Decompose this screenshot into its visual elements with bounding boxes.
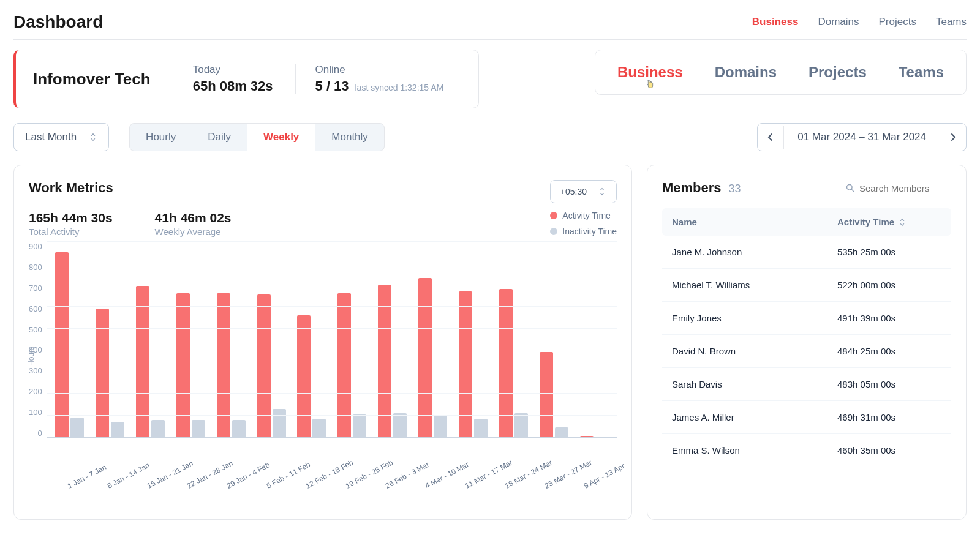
x-tick: 19 Feb - 25 Feb xyxy=(344,468,375,490)
col-time-header[interactable]: Activity Time xyxy=(837,217,941,227)
x-tick: 22 Jan - 28 Jan xyxy=(186,468,217,490)
member-time: 484h 25m 00s xyxy=(837,346,941,356)
date-next-button[interactable] xyxy=(940,126,966,149)
last-synced: last synced 1:32:15 AM xyxy=(355,83,443,92)
date-prev-button[interactable] xyxy=(758,126,784,149)
member-name: Emily Jones xyxy=(672,313,837,323)
top-tabs: Business Domains Projects Teams xyxy=(752,16,967,28)
bar-activity xyxy=(540,352,553,437)
total-activity-value: 165h 44m 30s xyxy=(29,211,113,225)
x-tick: 18 Mar - 24 Mar xyxy=(503,468,535,490)
seg-hourly[interactable]: Hourly xyxy=(130,124,192,151)
seg-weekly[interactable]: Weekly xyxy=(247,124,315,151)
bar-inactivity xyxy=(151,420,165,437)
legend-dot-inactivity xyxy=(550,228,557,235)
seg-monthly[interactable]: Monthly xyxy=(315,124,384,151)
divider xyxy=(119,126,119,148)
bar-group xyxy=(296,315,327,437)
y-axis: 9008007006005004003002001000 xyxy=(29,242,47,438)
y-tick: 200 xyxy=(29,387,42,396)
seg-daily[interactable]: Daily xyxy=(192,124,247,151)
top-tab-teams[interactable]: Teams xyxy=(936,16,967,28)
member-row[interactable]: Michael T. Williams522h 00m 00s xyxy=(662,269,951,302)
y-tick: 800 xyxy=(29,263,42,272)
bar-group xyxy=(216,293,246,437)
weekly-avg-label: Weekly Average xyxy=(155,227,232,237)
period-select[interactable]: Last Month xyxy=(13,123,109,151)
col-name-header[interactable]: Name xyxy=(672,217,837,227)
bar-group xyxy=(175,293,206,437)
online-label: Online xyxy=(315,64,444,76)
member-time: 469h 31m 00s xyxy=(837,412,941,422)
member-row[interactable]: Emily Jones491h 39m 00s xyxy=(662,302,951,335)
member-name: Jane M. Johnson xyxy=(672,247,837,257)
member-row[interactable]: Jane M. Johnson535h 25m 00s xyxy=(662,236,951,269)
timezone-select[interactable]: +05:30 xyxy=(550,180,617,203)
x-tick: 12 Feb - 18 Feb xyxy=(304,468,336,490)
x-tick: 26 Feb - 3 Mar xyxy=(384,468,415,490)
chevron-sort-icon xyxy=(89,133,97,141)
bar-activity xyxy=(297,315,311,437)
date-range-label[interactable]: 01 Mar 2024 – 31 Mar 2024 xyxy=(784,124,940,151)
x-tick: 9 Apr - 13 Apr xyxy=(582,468,614,490)
bar-inactivity xyxy=(273,409,286,437)
view-tab-domains[interactable]: Domains xyxy=(715,64,777,81)
chevron-sort-icon xyxy=(598,187,606,196)
member-time: 491h 39m 00s xyxy=(837,313,941,323)
bar-activity xyxy=(337,293,351,437)
bar-inactivity xyxy=(514,413,528,437)
y-tick: 900 xyxy=(29,242,42,251)
y-tick: 600 xyxy=(29,304,42,313)
member-time: 460h 35m 00s xyxy=(837,445,941,455)
x-tick: 8 Jan - 14 Jan xyxy=(106,468,137,490)
x-tick: 11 Mar - 17 Mar xyxy=(464,468,495,490)
search-icon xyxy=(846,184,854,192)
granularity-segmented: Hourly Daily Weekly Monthly xyxy=(129,123,385,151)
metrics-title: Work Metrics xyxy=(29,180,113,196)
bar-inactivity xyxy=(232,420,246,437)
top-tab-projects[interactable]: Projects xyxy=(879,16,916,28)
work-metrics-card: Work Metrics +05:30 165h 44m 30s Total A… xyxy=(13,165,632,520)
view-tab-teams[interactable]: Teams xyxy=(899,64,944,81)
top-tab-business[interactable]: Business xyxy=(752,16,799,28)
x-tick: 1 Jan - 7 Jan xyxy=(66,468,97,490)
date-range-nav: 01 Mar 2024 – 31 Mar 2024 xyxy=(757,123,967,151)
total-activity-label: Total Activity xyxy=(29,227,113,237)
members-table-header: Name Activity Time xyxy=(662,208,951,236)
bar-group xyxy=(337,293,368,437)
bar-inactivity xyxy=(312,419,326,437)
view-tab-projects[interactable]: Projects xyxy=(809,64,867,81)
member-time: 522h 00m 00s xyxy=(837,280,941,290)
member-name: David N. Brown xyxy=(672,346,837,356)
member-name: Michael T. Williams xyxy=(672,280,837,290)
bar-inactivity xyxy=(474,419,488,437)
x-tick: 29 Jan - 4 Feb xyxy=(225,468,257,490)
member-row[interactable]: Sarah Davis483h 05m 00s xyxy=(662,368,951,401)
x-tick: 25 Mar - 27 Mar xyxy=(543,468,574,490)
page-title: Dashboard xyxy=(13,12,103,32)
view-tab-business[interactable]: Business xyxy=(617,64,683,81)
pointer-cursor-icon xyxy=(646,80,654,88)
y-tick: 300 xyxy=(29,366,42,375)
bar-activity xyxy=(55,252,69,437)
top-tab-domains[interactable]: Domains xyxy=(818,16,859,28)
y-axis-label: Hours xyxy=(27,347,36,366)
view-tabs-card: Business Domains Projects Teams xyxy=(595,50,967,95)
member-row[interactable]: David N. Brown484h 25m 00s xyxy=(662,335,951,368)
bar-inactivity xyxy=(393,413,407,437)
x-tick: 15 Jan - 21 Jan xyxy=(146,468,177,490)
company-summary-card: Infomover Tech Today 65h 08m 32s Online … xyxy=(13,50,479,108)
member-row[interactable]: Emma S. Wilson460h 35m 00s xyxy=(662,434,951,467)
bar-group xyxy=(55,252,85,437)
x-axis-labels: 1 Jan - 7 Jan8 Jan - 14 Jan15 Jan - 21 J… xyxy=(56,468,617,477)
member-time: 483h 05m 00s xyxy=(837,379,941,389)
member-name: Sarah Davis xyxy=(672,379,837,389)
x-tick: 4 Mar - 10 Mar xyxy=(424,468,455,490)
chevron-sort-icon xyxy=(898,218,907,227)
company-name: Infomover Tech xyxy=(33,70,151,89)
member-row[interactable]: James A. Miller469h 31m 00s xyxy=(662,401,951,434)
bar-activity xyxy=(418,278,432,437)
members-card: Members 33 Name Activity Time Ja xyxy=(647,165,967,520)
members-search[interactable] xyxy=(846,183,951,193)
members-search-input[interactable] xyxy=(859,183,951,193)
